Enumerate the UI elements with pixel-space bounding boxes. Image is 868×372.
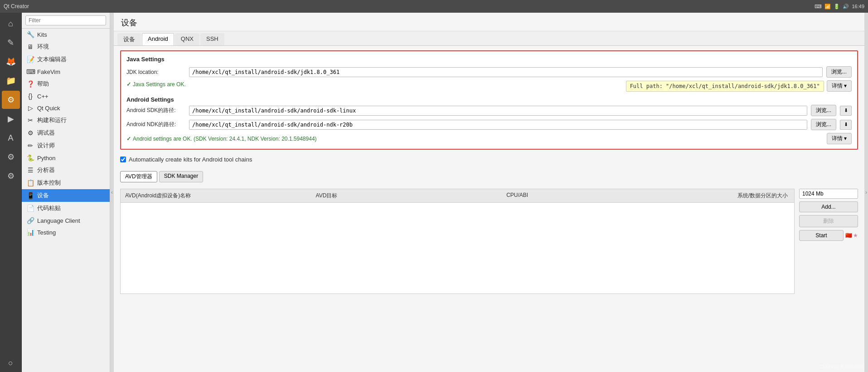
icon-amazon[interactable]: A — [2, 129, 20, 147]
volume-icon: 🔊 — [843, 4, 849, 10]
sidebar-label-fakevim: FakeVim — [37, 69, 60, 75]
flag-star: ★ — [853, 232, 858, 239]
android-detail-button[interactable]: 详情 ▾ — [827, 133, 852, 144]
tab-ssh[interactable]: SSH — [200, 33, 224, 45]
sidebar-item-testing[interactable]: 📊Testing — [22, 226, 110, 238]
sidebar-item-python[interactable]: 🐍Python — [22, 152, 110, 164]
add-avd-button[interactable]: Add... — [799, 201, 858, 212]
sdk-input[interactable] — [189, 106, 807, 116]
sidebar-item-version-control[interactable]: 📋版本控制 — [22, 176, 110, 189]
avd-table: AVD(Android虚拟设备)名称 AVD目标 CPU/ABI 系统/数据分区… — [120, 189, 795, 294]
avd-col-cpu: CPU/ABI — [502, 191, 601, 201]
tab-sdk-manager[interactable]: SDK Manager — [159, 171, 203, 182]
ndk-label: Android NDK的路径: — [126, 121, 185, 128]
start-avd-button[interactable]: Start — [799, 230, 844, 241]
sidebar-icon-version-control: 📋 — [26, 179, 34, 186]
icon-search[interactable]: ⚙ — [2, 167, 20, 185]
sidebar-icon-testing: 📊 — [26, 229, 34, 236]
icon-browser[interactable]: 🦊 — [2, 53, 20, 71]
main-layout: ⌂ ✎ 🦊 📁 ⚙ ▶ A ⚙ ⚙ ○ 🔧Kits🖥环境📝文本编辑器⌨FakeV… — [0, 13, 868, 372]
keyboard-icon: ⌨ — [815, 4, 822, 10]
sidebar-label-help: 帮助 — [37, 80, 49, 88]
sidebar-icon-language-client: 🔗 — [26, 217, 34, 224]
jdk-tooltip: Full path: "/home/xcl/qt_install/android… — [626, 81, 824, 92]
sidebar-label-devices: 设备 — [37, 191, 49, 200]
sidebar-label-environment: 环境 — [37, 43, 49, 51]
sidebar-item-analyzer[interactable]: ☰分析器 — [22, 164, 110, 176]
sidebar: 🔧Kits🖥环境📝文本编辑器⌨FakeVim❓帮助{}C++▷Qt Quick✂… — [22, 13, 110, 372]
sidebar-item-code-paste[interactable]: 📄代码粘贴 — [22, 202, 110, 215]
sidebar-label-code-paste: 代码粘贴 — [37, 204, 61, 212]
icon-edit[interactable]: ✎ — [2, 34, 20, 52]
sidebar-item-text-editor[interactable]: 📝文本编辑器 — [22, 53, 110, 66]
icon-files[interactable]: 📁 — [2, 72, 20, 90]
jdk-field-row: JDK location: 浏览... — [126, 66, 852, 78]
sidebar-filter-container — [22, 13, 110, 29]
right-panel-toggle[interactable] — [864, 13, 868, 372]
tab-qnx[interactable]: QNX — [175, 33, 199, 45]
sidebar-item-kits[interactable]: 🔧Kits — [22, 29, 110, 40]
network-icon: 📶 — [824, 4, 831, 10]
sidebar-item-help[interactable]: ❓帮助 — [22, 78, 110, 90]
avd-empty-area — [121, 203, 794, 294]
battery-icon: 🔋 — [834, 4, 840, 10]
sidebar-item-devices[interactable]: 📱设备 — [22, 189, 110, 202]
sdk-download-button[interactable]: ⬇ — [840, 106, 852, 116]
tab-devices[interactable]: 设备 — [117, 33, 141, 45]
sidebar-item-fakevim[interactable]: ⌨FakeVim — [22, 66, 110, 78]
sidebar-item-build-run[interactable]: ✂构建和运行 — [22, 114, 110, 127]
sidebar-icon-python: 🐍 — [26, 154, 34, 162]
sidebar-label-cpp: C++ — [37, 93, 48, 100]
sidebar-item-cpp[interactable]: {}C++ — [22, 90, 110, 102]
icon-terminal[interactable]: ▶ — [2, 110, 20, 128]
sidebar-icon-qt-quick: ▷ — [26, 104, 34, 112]
clock: 16:49 — [852, 4, 864, 9]
avd-main: AVD(Android虚拟设备)名称 AVD目标 CPU/ABI 系统/数据分区… — [120, 189, 795, 294]
icon-home[interactable]: ⌂ — [2, 15, 20, 33]
sidebar-icon-designer: ✏ — [26, 142, 34, 149]
sidebar-icon-kits: 🔧 — [26, 31, 34, 38]
icon-circle[interactable]: ○ — [2, 354, 20, 372]
icon-gear2[interactable]: ⚙ — [2, 148, 20, 166]
android-status: Android settings are OK. (SDK Version: 2… — [126, 135, 317, 143]
java-status: Java Settings are OK. — [126, 80, 186, 88]
content-area: 设备 设备 Android QNX SSH Java Settings JDK … — [114, 13, 864, 372]
sidebar-icon-fakevim: ⌨ — [26, 68, 34, 75]
size-control: ▲ ▼ — [799, 189, 858, 199]
sidebar-label-language-client: Language Client — [37, 217, 80, 224]
sidebar-icon-cpp: {} — [26, 93, 34, 100]
sidebar-label-build-run: 构建和运行 — [37, 116, 67, 124]
settings-body: Java Settings JDK location: 浏览... Java S… — [114, 46, 864, 372]
sidebar-item-environment[interactable]: 🖥环境 — [22, 40, 110, 53]
sidebar-icon-code-paste: 📄 — [26, 205, 34, 212]
icon-settings[interactable]: ⚙ — [2, 91, 20, 109]
tab-avd-manager[interactable]: AVD管理器 — [120, 171, 157, 182]
ndk-download-button[interactable]: ⬇ — [840, 120, 852, 130]
jdk-browse-button[interactable]: 浏览... — [826, 66, 852, 78]
avd-col-name: AVD(Android虚拟设备)名称 — [121, 191, 311, 201]
top-bar-left: Qt Creator — [4, 3, 29, 10]
sidebar-icon-text-editor: 📝 — [26, 56, 34, 63]
app-title: Qt Creator — [4, 3, 29, 10]
auto-create-kits-checkbox[interactable] — [120, 157, 126, 162]
sidebar-item-language-client[interactable]: 🔗Language Client — [22, 215, 110, 226]
ndk-browse-button[interactable]: 浏览... — [811, 119, 836, 130]
delete-avd-button[interactable]: 删除 — [799, 215, 858, 227]
ndk-input[interactable] — [189, 120, 807, 130]
tab-android[interactable]: Android — [142, 33, 174, 45]
jdk-input[interactable] — [189, 67, 823, 77]
jdk-label: JDK location: — [126, 69, 185, 75]
avd-col-size: 系统/数据分区的大小 — [601, 191, 794, 201]
sidebar-collapse-handle[interactable] — [110, 13, 114, 372]
sdk-browse-button[interactable]: 浏览... — [811, 105, 836, 116]
sidebar-item-designer[interactable]: ✏设计师 — [22, 139, 110, 152]
java-settings-title: Java Settings — [126, 56, 852, 63]
sidebar-label-analyzer: 分析器 — [37, 166, 55, 174]
sidebar-item-debugger[interactable]: ⚙调试器 — [22, 127, 110, 139]
java-detail-button[interactable]: 详情 ▾ — [827, 80, 852, 92]
sidebar-item-qt-quick[interactable]: ▷Qt Quick — [22, 102, 110, 114]
size-input[interactable] — [800, 189, 858, 198]
sidebar-icon-help: ❓ — [26, 80, 34, 88]
top-bar-right: ⌨ 📶 🔋 🔊 16:49 — [815, 4, 864, 10]
sidebar-filter-input[interactable] — [25, 15, 106, 25]
